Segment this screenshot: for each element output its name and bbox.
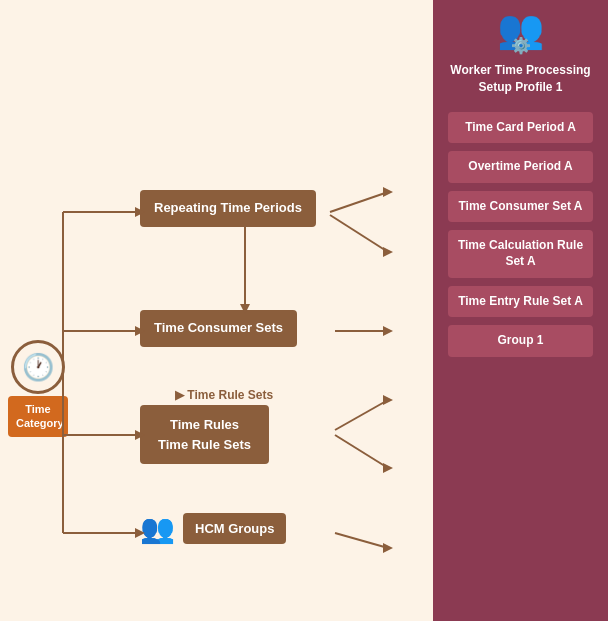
left-content: 🕐 Time Category Repeating Time Periods T… — [0, 0, 433, 621]
time-consumer-sets-box: Time Consumer Sets — [140, 310, 297, 347]
svg-line-22 — [335, 435, 388, 468]
time-entry-rule-box: Time Entry Rule Set A — [448, 286, 593, 318]
svg-marker-15 — [383, 187, 393, 197]
hcm-groups-group: 👥 HCM Groups — [140, 512, 286, 545]
profile-header: 👥 ⚙️ Worker Time Processing Setup Profil… — [433, 10, 608, 96]
svg-marker-25 — [383, 543, 393, 553]
repeating-label: Repeating Time Periods — [140, 190, 316, 227]
svg-marker-23 — [383, 463, 393, 473]
right-panel: 👥 ⚙️ Worker Time Processing Setup Profil… — [433, 0, 608, 621]
svg-line-20 — [335, 400, 388, 430]
hcm-icon: 👥 — [140, 512, 175, 545]
gear-icon: ⚙️ — [511, 38, 531, 54]
time-card-period-box: Time Card Period A — [448, 112, 593, 144]
svg-line-24 — [335, 533, 388, 548]
svg-line-14 — [330, 192, 388, 212]
repeating-time-periods-box: Repeating Time Periods — [140, 190, 316, 227]
consumer-sets-label: Time Consumer Sets — [140, 310, 297, 347]
main-container: 🕐 Time Category Repeating Time Periods T… — [0, 0, 608, 621]
time-category-group: 🕐 Time Category — [8, 340, 68, 437]
overtime-period-box: Overtime Period A — [448, 151, 593, 183]
time-rule-sets-label: ▶ Time Rule Sets — [175, 388, 273, 402]
time-category-box: Time Category — [8, 396, 68, 437]
svg-line-16 — [330, 215, 388, 252]
svg-marker-17 — [383, 247, 393, 257]
profile-people-icon: 👥 ⚙️ — [497, 10, 544, 48]
group1-box: Group 1 — [448, 325, 593, 357]
time-calculation-box: Time Calculation Rule Set A — [448, 230, 593, 277]
svg-marker-21 — [383, 395, 393, 405]
time-consumer-set-box: Time Consumer Set A — [448, 191, 593, 223]
profile-title: Worker Time Processing Setup Profile 1 — [443, 62, 598, 96]
profile-icon-wrapper: 👥 ⚙️ — [497, 10, 544, 48]
time-rules-box: Time Rules Time Rule Sets — [140, 405, 269, 464]
svg-marker-19 — [383, 326, 393, 336]
clock-icon: 🕐 — [11, 340, 65, 394]
hcm-groups-box: HCM Groups — [183, 513, 286, 544]
left-panel: 🕐 Time Category Repeating Time Periods T… — [0, 0, 433, 621]
